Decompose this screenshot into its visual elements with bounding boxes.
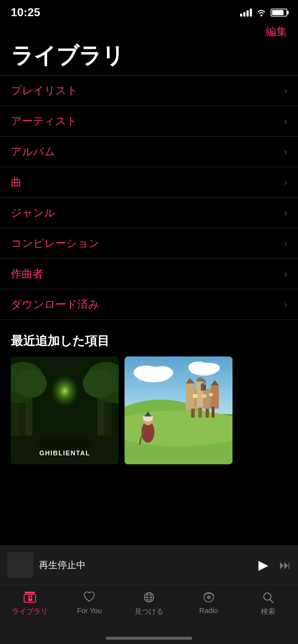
chevron-icon: › bbox=[284, 85, 287, 96]
svg-rect-35 bbox=[211, 385, 219, 409]
tab-library-label: ライブラリ bbox=[12, 607, 48, 616]
home-indicator bbox=[106, 637, 192, 640]
svg-rect-46 bbox=[212, 407, 215, 418]
tab-radio-label: Radio bbox=[199, 607, 218, 615]
page-title-section: ライブラリ bbox=[0, 38, 298, 75]
battery-icon bbox=[271, 9, 287, 17]
menu-item-downloaded[interactable]: ダウンロード済み › bbox=[0, 289, 298, 320]
menu-item-label: コンピレーション bbox=[11, 236, 100, 251]
svg-point-16 bbox=[36, 436, 94, 450]
forest-tunnel bbox=[11, 356, 119, 464]
menu-list: プレイリスト › アーティスト › アルバム › 曲 › ジャンル › コンピレ… bbox=[0, 75, 298, 320]
edit-button[interactable]: 編集 bbox=[266, 24, 287, 39]
svg-rect-52 bbox=[144, 415, 152, 417]
chevron-icon: › bbox=[284, 177, 287, 188]
tab-foryou-label: For You bbox=[77, 607, 102, 615]
svg-point-11 bbox=[14, 369, 47, 398]
menu-item-compilations[interactable]: コンピレーション › bbox=[0, 228, 298, 259]
album-card-howl[interactable] bbox=[125, 356, 232, 464]
menu-item-composers[interactable]: 作曲者 › bbox=[0, 259, 298, 289]
chevron-icon: › bbox=[284, 268, 287, 280]
menu-item-songs[interactable]: 曲 › bbox=[0, 167, 298, 198]
menu-item-albums[interactable]: アルバム › bbox=[0, 137, 298, 167]
svg-rect-42 bbox=[209, 393, 213, 396]
svg-rect-45 bbox=[206, 409, 209, 418]
tab-foryou[interactable]: For You bbox=[60, 590, 119, 615]
album-art-forest: GHIBLIENTAL bbox=[11, 356, 119, 464]
foryou-icon bbox=[80, 590, 98, 604]
mini-track-name: 再生停止中 bbox=[39, 559, 253, 571]
menu-item-label: アルバム bbox=[11, 144, 55, 159]
tab-browse[interactable]: 見つける bbox=[119, 590, 179, 616]
play-button[interactable]: ▶ bbox=[258, 557, 268, 572]
svg-rect-47 bbox=[201, 383, 204, 391]
library-icon bbox=[21, 590, 39, 604]
menu-item-label: アーティスト bbox=[11, 114, 77, 129]
tab-library[interactable]: ライブラリ bbox=[0, 590, 60, 616]
menu-item-label: ジャンル bbox=[11, 206, 55, 220]
chevron-icon: › bbox=[284, 116, 287, 127]
wifi-icon bbox=[256, 9, 266, 17]
svg-rect-56 bbox=[25, 592, 35, 593]
menu-item-label: 曲 bbox=[11, 175, 22, 190]
skip-forward-button[interactable]: ⏭ bbox=[279, 558, 291, 572]
album-art-howl bbox=[125, 356, 232, 464]
svg-point-25 bbox=[202, 363, 220, 373]
album-card-ghibliental[interactable]: GHIBLIENTAL bbox=[11, 356, 119, 464]
howl-svg bbox=[125, 356, 232, 464]
browse-icon bbox=[140, 590, 158, 604]
menu-item-genres[interactable]: ジャンル › bbox=[0, 198, 298, 228]
chevron-icon: › bbox=[284, 207, 287, 218]
svg-rect-43 bbox=[191, 409, 195, 418]
radio-icon bbox=[200, 590, 218, 604]
chevron-icon: › bbox=[284, 146, 287, 157]
mini-player[interactable]: 再生停止中 ▶ ⏭ bbox=[0, 545, 298, 585]
svg-point-14 bbox=[83, 369, 115, 398]
battery-fill bbox=[272, 10, 284, 15]
album-grid: GHIBLIENTAL bbox=[0, 356, 298, 464]
menu-item-artists[interactable]: アーティスト › bbox=[0, 106, 298, 137]
tab-search[interactable]: 検索 bbox=[238, 590, 298, 616]
svg-rect-44 bbox=[198, 408, 202, 418]
chevron-icon: › bbox=[284, 299, 287, 310]
svg-line-69 bbox=[270, 599, 273, 603]
mini-controls: ▶ ⏭ bbox=[258, 557, 291, 572]
menu-item-label: プレイリスト bbox=[11, 83, 78, 98]
page-title: ライブラリ bbox=[11, 41, 287, 71]
menu-item-playlists[interactable]: プレイリスト › bbox=[0, 75, 298, 106]
svg-rect-40 bbox=[193, 394, 197, 398]
menu-item-label: ダウンロード済み bbox=[11, 297, 99, 312]
menu-item-label: 作曲者 bbox=[11, 267, 43, 281]
svg-point-67 bbox=[208, 597, 209, 598]
status-icons bbox=[240, 9, 287, 17]
forest-svg bbox=[11, 356, 119, 464]
status-bar: 10:25 bbox=[0, 0, 298, 20]
svg-rect-41 bbox=[202, 394, 206, 398]
album-title-ghibliental: GHIBLIENTAL bbox=[11, 450, 119, 457]
svg-rect-48 bbox=[204, 385, 206, 390]
status-time: 10:25 bbox=[11, 6, 40, 19]
recently-added-title: 最近追加した項目 bbox=[0, 320, 298, 356]
search-icon bbox=[259, 590, 277, 604]
tab-bar: ライブラリ For You 見つける bbox=[0, 585, 298, 644]
svg-point-0 bbox=[261, 14, 262, 16]
svg-point-2 bbox=[43, 371, 86, 421]
mini-album-art bbox=[7, 552, 33, 578]
svg-point-22 bbox=[152, 366, 173, 379]
chevron-icon: › bbox=[284, 238, 287, 249]
tab-search-label: 検索 bbox=[261, 607, 275, 616]
tab-browse-label: 見つける bbox=[135, 607, 163, 616]
tab-radio[interactable]: Radio bbox=[179, 590, 239, 615]
signal-icon bbox=[240, 9, 252, 17]
